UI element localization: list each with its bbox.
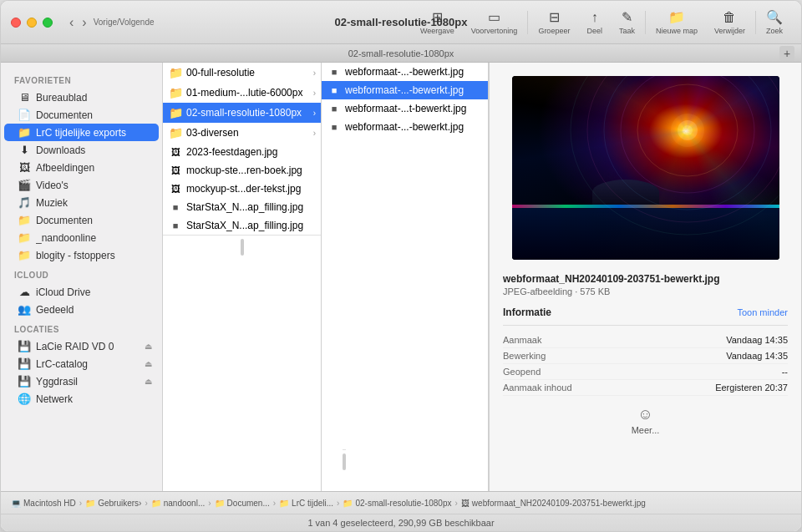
info-section-title: Informatie — [503, 307, 551, 318]
list-item[interactable]: ■ webformaat-...-bewerkt.jpg — [322, 81, 488, 99]
more-button[interactable]: ☺ Meer... — [503, 396, 788, 442]
list-item[interactable]: ■ webformaat-...-bewerkt.jpg — [322, 118, 488, 136]
task-label: Taak — [619, 27, 635, 35]
item-label: mockyup-st...der-tekst.jpg — [186, 183, 316, 195]
favorites-section-title: Favorieten — [1, 69, 162, 89]
sidebar-label-yggdrasil: Yggdrasil — [36, 376, 78, 388]
drive-icon-lrc-catalog: 💾 — [18, 357, 31, 370]
breadcrumb: 💻 Macintosh HD › 📁 Gebruikers› › 📁 nando… — [1, 492, 801, 514]
sidebar-item-documenten2[interactable]: 📁 Documenten — [4, 211, 159, 229]
forward-button[interactable]: › — [79, 13, 89, 32]
close-button[interactable] — [11, 18, 21, 28]
breadcrumb-item-4[interactable]: 📁 LrC tijdeli... — [279, 499, 333, 508]
newmap-button[interactable]: 📁 Nieuwe map — [647, 6, 706, 38]
sidebar-label-bureaublad: Bureaublad — [36, 92, 87, 104]
share-button[interactable]: ↑ Deel — [578, 7, 611, 38]
sidebar-item-gedeeld[interactable]: 👥 Gedeeld — [4, 301, 159, 318]
breadcrumb-label-4: LrC tijdeli... — [292, 499, 333, 508]
task-button[interactable]: ✎ Taak — [611, 6, 643, 38]
task-icon: ✎ — [622, 9, 632, 25]
list-item[interactable]: ■ StarStaX_N...ap_filling.jpg — [163, 216, 321, 235]
path-subtitle: 02-small-resolutie-1080px — [348, 48, 454, 58]
minimize-button[interactable] — [27, 18, 37, 28]
item-label: 03-diversen — [186, 127, 310, 139]
delete-button[interactable]: 🗑 Verwijder — [706, 7, 754, 38]
list-item[interactable]: 🖼 2023-feestdagen.jpg — [163, 143, 321, 161]
light-trails-svg — [512, 76, 779, 260]
sidebar-item-yggdrasil[interactable]: 💾 Yggdrasil ⏏ — [4, 372, 159, 390]
maximize-button[interactable] — [43, 18, 53, 28]
info-row-aanmaak: Aanmaak Vandaag 14:35 — [503, 332, 788, 348]
group-button[interactable]: ⊟ Groepeer — [530, 6, 578, 38]
preview-image-container — [490, 63, 801, 273]
breadcrumb-item-5[interactable]: 📁 02-small-resolutie-1080px — [343, 499, 451, 508]
list-item[interactable]: 🖼 mockyup-st...der-tekst.jpg — [163, 180, 321, 198]
breadcrumb-item-1[interactable]: 📁 Gebruikers› — [85, 499, 141, 508]
nav-buttons: ‹ › — [66, 13, 90, 32]
sidebar-item-icloud-drive[interactable]: ☁ iCloud Drive — [4, 283, 159, 301]
column-1: 📁 00-full-resolutie › 📁 01-medium-...lut… — [163, 63, 322, 491]
list-item[interactable]: 📁 01-medium-...lutie-6000px › — [163, 83, 321, 103]
eject-icon-lrc-catalog[interactable]: ⏏ — [145, 359, 152, 368]
sidebar-item-lrc-exports[interactable]: 📁 LrC tijdelijke exports — [4, 124, 159, 141]
eject-icon-yggdrasil[interactable]: ⏏ — [145, 377, 152, 386]
sidebar-label-lrc-exports: LrC tijdelijke exports — [36, 127, 126, 139]
statusbar: 💻 Macintosh HD › 📁 Gebruikers› › 📁 nando… — [1, 491, 801, 531]
search-label: Zoek — [766, 27, 783, 35]
search-button[interactable]: 🔍 Zoek — [758, 6, 791, 38]
preview-button[interactable]: ▭ Voorvertoning — [463, 6, 526, 38]
list-item[interactable]: ■ StarStaX_N...ap_filling.jpg — [163, 198, 321, 216]
folder-icon: 📁 — [279, 499, 289, 508]
sidebar-label-documenten2: Documenten — [36, 215, 93, 226]
night-photo-visual — [512, 76, 779, 260]
sidebar-item-afbeeldingen[interactable]: 🖼 Afbeeldingen — [4, 159, 159, 176]
add-column-button[interactable]: + — [779, 46, 794, 61]
column-2: ■ webformaat-...-bewerkt.jpg ■ webformaa… — [322, 63, 489, 491]
drive-icon-yggdrasil: 💾 — [18, 375, 31, 388]
folder-icon-nando: 📁 — [18, 231, 31, 244]
breadcrumb-item-3[interactable]: 📁 Documen... — [215, 499, 270, 508]
list-item[interactable]: 📁 03-diversen › — [163, 123, 321, 143]
sidebar-item-downloads[interactable]: ⬇ Downloads — [4, 141, 159, 159]
breadcrumb-sep: › — [145, 499, 147, 508]
sidebar-item-muziek[interactable]: 🎵 Muziek — [4, 194, 159, 211]
sidebar-item-documenten-fav[interactable]: 📄 Documenten — [4, 106, 159, 124]
list-item[interactable]: ■ webformaat-...-bewerkt.jpg — [322, 63, 488, 81]
sidebar-item-videos[interactable]: 🎬 Video's — [4, 176, 159, 194]
column-resize-handle[interactable] — [241, 239, 244, 256]
image-icon: ■ — [168, 220, 183, 231]
column-resize-handle-2[interactable] — [343, 453, 346, 470]
eject-icon-lacie[interactable]: ⏏ — [145, 342, 152, 351]
toolbar-divider-3 — [755, 11, 756, 34]
image-icon: 🖼 — [168, 184, 183, 194]
list-item[interactable]: ■ webformaat-...t-bewerkt.jpg — [322, 99, 488, 118]
folder-icon: 📁 — [168, 86, 183, 99]
breadcrumb-item-6[interactable]: 🖼 webformaat_NH20240109-203751-bewerkt.j… — [461, 499, 646, 508]
info-toggle[interactable]: Toon minder — [737, 307, 788, 317]
breadcrumb-item-0[interactable]: 💻 Macintosh HD — [11, 499, 76, 508]
toolbar: ⊞ Weergave ▭ Voorvertoning ⊟ Groepeer ↑ … — [412, 6, 791, 38]
list-item[interactable]: 🖼 mockup-ste...ren-boek.jpg — [163, 161, 321, 180]
nav-label: Vorige/Volgende — [94, 18, 155, 27]
sidebar-item-nandoonline[interactable]: 📁 _nandoonline — [4, 229, 159, 246]
breadcrumb-label-5: 02-small-resolutie-1080px — [355, 499, 451, 508]
info-value: Vandaag 14:35 — [726, 351, 788, 361]
sidebar-item-lrc-catalog[interactable]: 💾 LrC-catalog ⏏ — [4, 355, 159, 372]
share-label: Deel — [586, 27, 602, 35]
sidebar-item-lacie[interactable]: 💾 LaCie RAID VD 0 ⏏ — [4, 337, 159, 355]
sidebar-item-bureaublad[interactable]: 🖥 Bureaublad — [4, 89, 159, 106]
doc-icon: 📄 — [18, 109, 31, 121]
titlebar: ‹ › Vorige/Volgende 02-small-resolutie-1… — [1, 1, 801, 44]
list-item[interactable]: 📁 00-full-resolutie › — [163, 63, 321, 83]
folder-icon: 📁 — [168, 106, 183, 119]
sidebar-item-blogity[interactable]: 📁 blogity - fstoppers — [4, 246, 159, 264]
item-label: StarStaX_N...ap_filling.jpg — [186, 220, 316, 231]
back-button[interactable]: ‹ — [66, 13, 77, 32]
svg-point-4 — [571, 76, 779, 235]
sidebar-label-gedeeld: Gedeeld — [36, 304, 74, 316]
window-title: 02-small-resolutie-1080px — [335, 16, 468, 28]
sidebar-item-netwerk[interactable]: 🌐 Netwerk — [4, 390, 159, 408]
breadcrumb-item-2[interactable]: 📁 nandoonl... — [151, 499, 206, 508]
list-item[interactable]: 📁 02-small-resolutie-1080px › — [163, 103, 321, 123]
breadcrumb-label-1: Gebruikers› — [98, 499, 141, 508]
